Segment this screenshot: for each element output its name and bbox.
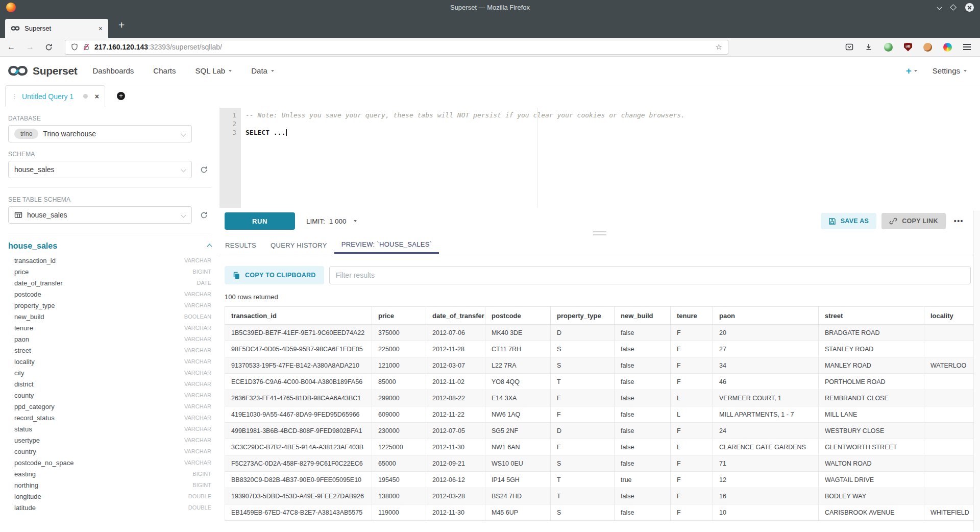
schema-column-row[interactable]: eastingBIGINT <box>0 468 219 479</box>
table-cell: 225000 <box>372 341 426 357</box>
table-cell <box>924 325 980 341</box>
table-schema-select[interactable]: house_sales <box>8 206 192 224</box>
copy-link-button[interactable]: COPY LINK <box>881 213 946 229</box>
extension-green-icon[interactable] <box>884 43 893 52</box>
column-header[interactable]: date_of_transfer <box>426 307 485 325</box>
superset-brand[interactable]: Superset <box>7 64 77 77</box>
query-tab-close-icon[interactable]: × <box>95 92 99 101</box>
url-text[interactable]: 217.160.120.143:32393/superset/sqllab/ <box>94 43 222 51</box>
extension-colorful-icon[interactable] <box>943 43 952 52</box>
copy-to-clipboard-button[interactable]: COPY TO CLIPBOARD <box>225 266 324 284</box>
column-header[interactable]: property_type <box>551 307 615 325</box>
browser-tab-superset[interactable]: Superset × <box>5 19 108 38</box>
schema-column-row[interactable]: countyVARCHAR <box>0 390 219 401</box>
results-scrollbar[interactable] <box>973 211 980 531</box>
schema-column-row[interactable]: date_of_transferDATE <box>0 277 219 288</box>
drag-handle-icon[interactable]: ⋮ <box>11 92 18 100</box>
superset-logo-icon <box>7 64 29 77</box>
save-as-button[interactable]: SAVE AS <box>821 213 877 229</box>
schema-column-row[interactable]: priceBIGINT <box>0 266 219 277</box>
nav-item-charts[interactable]: Charts <box>153 66 176 75</box>
more-options-icon[interactable]: ••• <box>954 217 964 225</box>
filter-results-input[interactable] <box>329 266 971 284</box>
sql-editor[interactable]: 123 -- Note: Unless you save your query,… <box>219 108 980 208</box>
schema-column-row[interactable]: latitudeDOUBLE <box>0 502 219 513</box>
schema-column-row[interactable]: cityVARCHAR <box>0 367 219 378</box>
table-cell: 2012-09-21 <box>426 455 485 472</box>
downloads-icon[interactable] <box>865 43 873 51</box>
schema-column-row[interactable]: postcodeVARCHAR <box>0 288 219 300</box>
column-header[interactable]: postcode <box>485 307 551 325</box>
schema-column-row[interactable]: new_buildBOOLEAN <box>0 311 219 322</box>
column-header[interactable]: price <box>372 307 426 325</box>
table-cell: 2012-06-12 <box>426 472 485 488</box>
collapse-table-icon[interactable] <box>207 244 212 249</box>
new-tab-icon[interactable]: + <box>118 19 125 30</box>
table-cell: 2012-11-30 <box>426 439 485 455</box>
back-icon[interactable]: ← <box>7 42 15 52</box>
schema-column-row[interactable]: countryVARCHAR <box>0 446 219 457</box>
forward-icon[interactable]: → <box>26 42 34 52</box>
schema-select[interactable]: house_sales <box>8 161 192 178</box>
schema-column-row[interactable]: longitudeDOUBLE <box>0 491 219 502</box>
tab-close-icon[interactable]: × <box>99 25 103 33</box>
column-type: VARCHAR <box>184 370 211 376</box>
shield-icon[interactable] <box>71 43 78 51</box>
nav-item-data[interactable]: Data <box>251 66 274 75</box>
table-cell: L22 7RA <box>485 357 551 374</box>
column-type: VARCHAR <box>184 291 211 297</box>
limit-dropdown[interactable]: LIMIT: 1 000 <box>306 217 357 225</box>
column-header[interactable]: new_build <box>615 307 671 325</box>
schema-column-row[interactable]: statusVARCHAR <box>0 423 219 434</box>
refresh-schema-icon[interactable] <box>200 166 208 174</box>
splitter-grip-icon <box>593 231 606 235</box>
insecure-lock-icon[interactable] <box>83 43 90 51</box>
add-query-tab-icon[interactable]: + <box>117 92 125 100</box>
reload-icon[interactable] <box>45 43 53 51</box>
window-close-icon[interactable] <box>965 3 974 12</box>
schema-column-row[interactable]: postcode_no_spaceVARCHAR <box>0 457 219 468</box>
column-header[interactable]: transaction_id <box>225 307 372 325</box>
nav-item-dashboards[interactable]: Dashboards <box>92 66 134 75</box>
column-header[interactable]: street <box>819 307 924 325</box>
schema-column-row[interactable]: transaction_idVARCHAR <box>0 255 219 266</box>
settings-menu[interactable]: Settings <box>933 66 967 75</box>
new-item-button[interactable]: + <box>906 65 917 77</box>
column-header[interactable]: locality <box>924 307 980 325</box>
database-select[interactable]: trino Trino warehouse <box>8 125 192 142</box>
column-header[interactable]: paon <box>713 307 819 325</box>
run-button[interactable]: RUN <box>225 212 295 230</box>
query-tab-untitled[interactable]: ⋮ Untitled Query 1 × <box>5 85 105 107</box>
nav-item-label: Dashboards <box>92 66 134 75</box>
schema-column-row[interactable]: property_typeVARCHAR <box>0 300 219 311</box>
minimize-icon[interactable] <box>937 5 942 10</box>
url-bar[interactable]: 217.160.120.143:32393/superset/sqllab/ ☆ <box>65 40 728 55</box>
pane-splitter[interactable] <box>219 230 980 236</box>
schema-column-row[interactable]: paonVARCHAR <box>0 333 219 345</box>
table-name-heading[interactable]: house_sales <box>8 241 57 251</box>
table-cell: false <box>615 423 671 439</box>
maximize-icon[interactable] <box>950 4 957 11</box>
column-header[interactable]: tenure <box>671 307 713 325</box>
table-cell: false <box>615 439 671 455</box>
results-tab-1[interactable]: QUERY HISTORY <box>263 236 334 254</box>
results-tab-2[interactable]: PREVIEW: `HOUSE_SALES` <box>334 236 439 254</box>
schema-column-row[interactable]: usertypeVARCHAR <box>0 434 219 446</box>
refresh-tables-icon[interactable] <box>200 211 208 219</box>
table-row: 1B5C39ED-BE7F-41EF-9E71-9C60EED74A223750… <box>225 325 980 341</box>
schema-column-row[interactable]: tenureVARCHAR <box>0 322 219 333</box>
pocket-icon[interactable] <box>845 43 853 51</box>
schema-column-row[interactable]: record_statusVARCHAR <box>0 412 219 423</box>
schema-column-row[interactable]: localityVARCHAR <box>0 356 219 367</box>
schema-column-row[interactable]: streetVARCHAR <box>0 345 219 356</box>
schema-column-row[interactable]: ppd_categoryVARCHAR <box>0 401 219 412</box>
schema-column-row[interactable]: northingBIGINT <box>0 479 219 491</box>
menu-hamburger-icon[interactable] <box>963 44 971 50</box>
ublock-extension-icon[interactable] <box>904 43 912 52</box>
nav-item-sql-lab[interactable]: SQL Lab <box>195 66 232 75</box>
superset-navbar: Superset DashboardsChartsSQL LabData + S… <box>0 57 980 85</box>
bookmark-star-icon[interactable]: ☆ <box>716 42 722 52</box>
results-tab-0[interactable]: RESULTS <box>225 236 263 254</box>
cookie-extension-icon[interactable] <box>923 43 932 52</box>
schema-column-row[interactable]: districtVARCHAR <box>0 378 219 390</box>
